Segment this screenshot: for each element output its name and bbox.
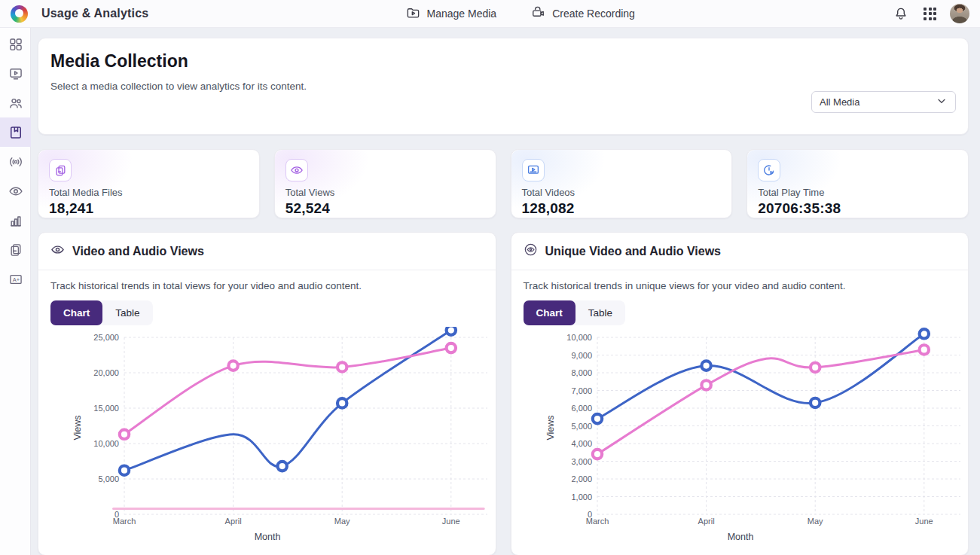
videos-icon <box>522 159 545 181</box>
manage-media-button[interactable]: Manage Media <box>400 1 503 26</box>
svg-text:5,000: 5,000 <box>98 474 119 483</box>
svg-text:March: March <box>113 517 136 526</box>
manage-media-folder-icon <box>406 5 420 22</box>
charts-row: Video and Audio Views Track historical t… <box>38 232 969 555</box>
svg-text:March: March <box>585 517 609 526</box>
user-avatar[interactable] <box>950 4 969 23</box>
sidebar-item-dashboard-grid-icon[interactable] <box>0 29 31 59</box>
views-line-chart[interactable]: 05,00010,00015,00020,00025,000MarchApril… <box>38 327 496 553</box>
eye-icon <box>50 242 65 260</box>
tab-chart[interactable]: Chart <box>50 300 102 325</box>
stat-value: 20706:35:38 <box>758 200 957 217</box>
stats-row: Total Media Files 18,241 Total Views 52,… <box>38 149 969 218</box>
main-content: Media Collection Select a media collecti… <box>31 28 980 555</box>
unique-views-icon <box>524 242 538 260</box>
svg-text:June: June <box>914 517 933 526</box>
tab-chart[interactable]: Chart <box>524 300 575 325</box>
stat-card-total-play-time: Total Play Time 20706:35:38 <box>746 149 969 218</box>
page-title: Usage & Analytics <box>41 7 148 20</box>
media-collection-card: Media Collection Select a media collecti… <box>38 38 969 135</box>
svg-text:A+: A+ <box>12 276 20 282</box>
chart-table-tab-group: Chart Table <box>50 300 153 325</box>
svg-text:10,000: 10,000 <box>93 439 119 448</box>
stat-card-total-media-files: Total Media Files 18,241 <box>38 149 260 218</box>
svg-text:2,000: 2,000 <box>571 474 592 483</box>
tab-table[interactable]: Table <box>575 300 625 325</box>
svg-text:8,000: 8,000 <box>571 368 592 377</box>
svg-text:10,000: 10,000 <box>566 333 592 342</box>
sidebar-item-bar-chart-icon[interactable] <box>0 206 31 235</box>
svg-text:7,000: 7,000 <box>571 386 592 395</box>
svg-text:9,000: 9,000 <box>571 351 592 360</box>
sidebar-item-user-group-icon[interactable] <box>0 88 31 117</box>
topbar: Usage & Analytics Manage Media Create Re… <box>0 0 980 28</box>
stat-value: 128,082 <box>522 200 722 217</box>
app-logo-icon[interactable] <box>11 5 28 23</box>
sidebar-item-documents-icon[interactable] <box>0 235 31 264</box>
sidebar-item-a-plus-icon[interactable]: A+ <box>0 264 31 294</box>
notifications-bell-icon[interactable] <box>892 5 910 23</box>
stat-value: 52,524 <box>285 200 485 217</box>
play-time-icon <box>758 159 780 181</box>
sidebar-item-media-player-icon[interactable] <box>0 59 31 88</box>
stat-card-total-videos: Total Videos 128,082 <box>511 149 733 218</box>
stat-label: Total Media Files <box>49 187 249 198</box>
stat-label: Total Videos <box>522 187 722 198</box>
sidebar-item-book-icon[interactable] <box>0 117 31 147</box>
chart-card-description: Track historical trends in total views f… <box>50 280 484 291</box>
stat-card-total-views: Total Views 52,524 <box>274 149 496 218</box>
media-collection-description: Select a media collection to view analyt… <box>50 81 956 92</box>
svg-text:4,000: 4,000 <box>571 439 592 448</box>
stat-value: 18,241 <box>49 200 249 217</box>
svg-text:Views: Views <box>545 415 556 440</box>
stat-label: Total Views <box>285 187 485 198</box>
media-collection-dropdown[interactable]: All Media <box>811 91 956 113</box>
media-collection-title: Media Collection <box>50 51 956 72</box>
svg-text:Month: Month <box>255 532 281 542</box>
svg-text:25,000: 25,000 <box>93 333 119 342</box>
video-audio-views-card: Video and Audio Views Track historical t… <box>38 232 496 555</box>
svg-text:Views: Views <box>72 415 83 440</box>
sidebar: A+ <box>0 28 31 555</box>
manage-media-label: Manage Media <box>427 8 497 20</box>
sidebar-item-eye-icon[interactable] <box>0 176 31 206</box>
chevron-down-icon <box>936 95 948 109</box>
svg-text:15,000: 15,000 <box>93 404 119 413</box>
svg-text:June: June <box>442 517 460 526</box>
unique-video-audio-views-card: Unique Video and Audio Views Track histo… <box>511 232 969 555</box>
svg-text:Month: Month <box>727 532 753 542</box>
chart-table-tab-group: Chart Table <box>524 300 626 325</box>
views-eye-icon <box>285 159 308 181</box>
chart-card-description: Track historical trends in unique views … <box>524 280 957 291</box>
dropdown-selected-value: All Media <box>820 96 859 108</box>
create-recording-label: Create Recording <box>552 8 635 20</box>
svg-text:May: May <box>334 517 350 526</box>
stat-label: Total Play Time <box>758 187 957 198</box>
chart-card-title: Video and Audio Views <box>72 245 204 258</box>
chart-card-title: Unique Video and Audio Views <box>545 245 722 258</box>
svg-text:April: April <box>225 517 242 526</box>
sidebar-item-live-broadcast-icon[interactable] <box>0 147 31 176</box>
svg-text:5,000: 5,000 <box>571 422 592 431</box>
svg-text:3,000: 3,000 <box>571 457 592 466</box>
media-files-icon <box>49 159 72 181</box>
tab-table[interactable]: Table <box>102 300 152 325</box>
svg-text:May: May <box>807 517 823 526</box>
create-recording-camera-icon <box>531 5 545 22</box>
svg-text:1,000: 1,000 <box>571 492 592 502</box>
svg-text:April: April <box>698 517 714 526</box>
create-recording-button[interactable]: Create Recording <box>525 1 641 26</box>
svg-text:6,000: 6,000 <box>571 404 592 413</box>
apps-grid-icon[interactable] <box>922 6 938 22</box>
svg-text:20,000: 20,000 <box>93 368 119 377</box>
unique-views-line-chart[interactable]: 01,0002,0003,0004,0005,0006,0007,0008,00… <box>511 327 969 553</box>
